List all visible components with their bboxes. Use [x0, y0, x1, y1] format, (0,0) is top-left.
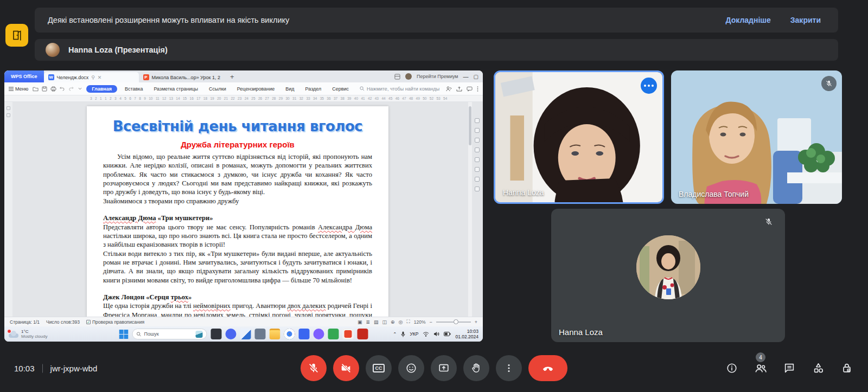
snipping-tool-icon[interactable] — [240, 329, 251, 339]
page-view-icon[interactable]: ▤ — [374, 319, 379, 325]
wifi-icon[interactable] — [423, 332, 429, 337]
zoom-level[interactable]: 120% — [414, 319, 426, 325]
doc-paragraph: Стільки води витекло з тих пір, як «Три … — [103, 249, 372, 285]
layout-grid-icon[interactable] — [394, 74, 400, 80]
save-icon[interactable] — [42, 86, 47, 92]
more-options-button[interactable] — [496, 355, 522, 381]
eye-protect-icon[interactable]: ◎ — [399, 319, 403, 325]
document-page[interactable]: Всесвітній день читання вголос Дружба лі… — [87, 106, 388, 317]
share-user-icon[interactable] — [446, 86, 452, 92]
account-avatar[interactable] — [405, 73, 412, 80]
acrobat-icon[interactable] — [358, 329, 368, 339]
close-tab-icon[interactable]: ✕ — [98, 75, 102, 80]
vertical-scrollbar[interactable] — [468, 102, 472, 317]
outline-view-icon[interactable]: ≣ — [366, 319, 370, 325]
raise-hand-button[interactable] — [463, 355, 489, 381]
globe-view-icon[interactable]: ⊕ — [391, 319, 395, 325]
menu-button[interactable]: Меню — [9, 86, 28, 92]
redo-icon[interactable] — [69, 86, 75, 91]
participants-button[interactable]: 4 — [754, 361, 768, 375]
wps-home-tab[interactable]: WPS Office — [4, 70, 44, 82]
fit-page-icon[interactable]: ⛶ — [406, 319, 410, 325]
chevron-down-icon[interactable] — [78, 87, 82, 90]
meeting-details-button[interactable] — [725, 361, 739, 375]
reactions-button[interactable] — [398, 355, 424, 381]
wps-writer-icon[interactable] — [343, 329, 354, 339]
open-file-icon[interactable] — [33, 86, 39, 92]
view-mode-icon[interactable]: ▣ — [358, 319, 362, 325]
bookmark-tool-icon[interactable] — [7, 106, 10, 110]
style-tool-icon[interactable] — [475, 118, 480, 123]
chat-button[interactable] — [782, 361, 796, 375]
language-indicator[interactable]: УКР — [410, 331, 418, 337]
scrollbar-thumb[interactable] — [469, 106, 471, 145]
command-search-field[interactable]: Нажмите, чтобы найти команды — [360, 86, 439, 92]
taskbar-search[interactable]: Пошук — [132, 329, 207, 339]
ribbon-tab-home[interactable]: Главная — [86, 85, 117, 93]
doc-tab-chelendzh[interactable]: W Челендж.docx ⚲ ✕ — [44, 72, 139, 82]
history-tool-icon[interactable] — [475, 177, 480, 182]
ribbon-tab-review[interactable]: Рецензирование — [234, 85, 278, 93]
zoom-out-icon[interactable]: − — [429, 319, 432, 325]
ribbon-tab-view[interactable]: Вид — [282, 85, 297, 93]
file-explorer-icon[interactable] — [270, 329, 280, 339]
screen-share-tile[interactable]: WPS Office W Челендж.docx ⚲ ✕ P Микола В… — [4, 70, 483, 342]
ribbon-tab-insert[interactable]: Вставка — [122, 85, 146, 93]
host-controls-button[interactable] — [840, 361, 854, 375]
present-button[interactable] — [431, 355, 457, 381]
wps-blue-icon[interactable] — [299, 329, 310, 339]
close-banner-button[interactable]: Закрити — [783, 11, 828, 29]
tray-mic-icon[interactable] — [401, 331, 405, 337]
maximize-icon[interactable]: ▢ — [474, 74, 478, 80]
start-button-icon[interactable] — [119, 330, 129, 339]
export-icon[interactable] — [456, 86, 462, 92]
end-call-button[interactable] — [528, 355, 567, 381]
meeting-room-extension-icon[interactable] — [5, 24, 28, 47]
zoom-in-icon[interactable]: + — [475, 319, 477, 325]
video-tile-hanna-loza[interactable]: Hanna Loza — [494, 70, 664, 204]
ribbon-tab-section[interactable]: Раздел — [302, 85, 325, 93]
chat-app-icon[interactable] — [226, 329, 237, 339]
doc-tab-mykola[interactable]: P Микола Василь...ор» Урок 1, 2 — [139, 72, 225, 82]
premium-button[interactable]: Перейти Премиум — [417, 74, 458, 79]
details-button[interactable]: Докладніше — [718, 11, 778, 29]
zoom-slider-knob[interactable] — [454, 319, 458, 324]
battery-icon[interactable] — [444, 332, 451, 336]
find-tool-icon[interactable] — [475, 128, 480, 133]
activities-button[interactable] — [811, 361, 825, 375]
ribbon-tab-tools[interactable]: Сервис — [329, 85, 352, 93]
volume-icon[interactable] — [433, 331, 439, 337]
audio-tile-hanna-loza[interactable]: Hanna Loza — [551, 209, 785, 342]
camera-toggle-button[interactable] — [333, 355, 359, 381]
weather-widget[interactable]: 1°C Mostly cloudy — [9, 329, 47, 339]
calculator-icon[interactable] — [255, 329, 266, 339]
translate-tool-icon[interactable] — [475, 147, 480, 152]
captions-button[interactable]: CC — [366, 355, 392, 381]
tray-chevron-icon[interactable]: ⌃ — [393, 331, 397, 337]
mic-toggle-button[interactable] — [301, 355, 327, 381]
kebab-icon[interactable] — [477, 86, 478, 92]
chrome-icon[interactable] — [284, 329, 295, 339]
ribbon-tab-layout[interactable]: Разметка страницы — [150, 85, 201, 93]
spellcheck-toggle[interactable]: ✓ Проверка правописания — [86, 319, 144, 325]
help-tool-icon[interactable] — [475, 187, 480, 191]
task-view-icon[interactable] — [211, 329, 222, 339]
video-tile-vladyslava-topchii[interactable]: Владислава Топчий — [671, 70, 842, 204]
notes-tool-icon[interactable] — [475, 167, 480, 172]
print-icon[interactable] — [50, 86, 56, 92]
minimize-icon[interactable]: — — [463, 74, 469, 80]
new-tab-button[interactable]: + — [225, 73, 240, 81]
web-view-icon[interactable]: ◫ — [382, 319, 387, 325]
pin-icon[interactable]: ⚲ — [91, 75, 95, 80]
ribbon-tab-references[interactable]: Ссылки — [206, 85, 229, 93]
undo-icon[interactable] — [60, 86, 66, 91]
page-tool-icon[interactable] — [7, 113, 10, 117]
code-tool-icon[interactable] — [475, 157, 480, 162]
tile-options-button[interactable] — [641, 78, 657, 94]
comment-icon[interactable] — [467, 86, 473, 92]
lock-tool-icon[interactable] — [475, 138, 480, 143]
zoom-slider[interactable] — [436, 322, 471, 323]
tray-clock[interactable]: 10:03 01.02.2024 — [455, 329, 478, 339]
photos-icon[interactable] — [328, 329, 339, 339]
viber-icon[interactable] — [314, 329, 324, 339]
